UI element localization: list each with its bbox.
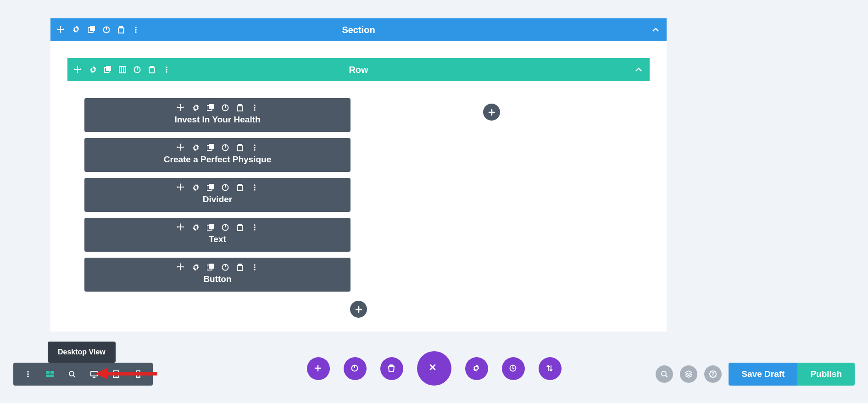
- power-icon[interactable]: [222, 184, 229, 191]
- gear-icon[interactable]: [89, 66, 97, 73]
- column-2: [351, 98, 633, 292]
- duplicate-icon[interactable]: [207, 144, 214, 151]
- history-button[interactable]: [502, 357, 525, 380]
- tooltip-desktop-view: Desktop View: [48, 342, 116, 363]
- collapse-icon[interactable]: [635, 66, 643, 73]
- columns-icon[interactable]: [119, 66, 126, 73]
- move-icon[interactable]: [177, 183, 185, 192]
- duplicate-icon[interactable]: [207, 104, 214, 111]
- module-block[interactable]: Divider: [84, 178, 351, 212]
- module-block[interactable]: Button: [84, 258, 351, 292]
- collapse-icon[interactable]: [652, 27, 660, 33]
- move-icon[interactable]: [74, 66, 82, 74]
- module-toolbar: [177, 144, 258, 152]
- trash-icon[interactable]: [117, 26, 125, 33]
- tablet-view-icon[interactable]: [105, 363, 127, 386]
- module-toolbar: [177, 223, 258, 232]
- move-icon[interactable]: [177, 144, 185, 152]
- wireframe-view-icon[interactable]: [39, 363, 61, 386]
- move-icon[interactable]: [177, 263, 185, 271]
- power-icon[interactable]: [222, 264, 229, 271]
- trash-icon[interactable]: [236, 264, 244, 271]
- power-button[interactable]: [344, 357, 367, 380]
- row-toolbar: [74, 66, 170, 74]
- module-title: Button: [203, 274, 231, 284]
- more-icon[interactable]: [17, 363, 39, 386]
- column-1: Invest In Your HealthCreate a Perfect Ph…: [84, 98, 351, 292]
- builder-canvas: Section Row Invest In Your HealthCreate …: [50, 18, 667, 331]
- power-icon[interactable]: [134, 66, 141, 73]
- trash-icon[interactable]: [236, 224, 244, 231]
- more-icon[interactable]: [163, 66, 170, 73]
- gear-icon[interactable]: [192, 224, 200, 231]
- gear-icon[interactable]: [192, 144, 200, 151]
- module-title: Invest In Your Health: [174, 115, 260, 125]
- help-button[interactable]: [704, 365, 722, 383]
- module-toolbar: [177, 263, 258, 271]
- gear-icon[interactable]: [192, 104, 200, 111]
- save-draft-button[interactable]: Save Draft: [729, 363, 797, 386]
- section-body: Row Invest In Your HealthCreate a Perfec…: [50, 41, 667, 331]
- trash-icon[interactable]: [148, 66, 156, 73]
- delete-button[interactable]: [380, 357, 403, 380]
- gear-icon[interactable]: [192, 184, 200, 191]
- row-body: Invest In Your HealthCreate a Perfect Ph…: [67, 81, 650, 292]
- more-icon[interactable]: [251, 144, 258, 151]
- view-mode-toolbar: [13, 363, 153, 386]
- more-icon[interactable]: [251, 184, 258, 191]
- power-icon[interactable]: [222, 104, 229, 111]
- power-icon[interactable]: [103, 26, 110, 33]
- add-module-button[interactable]: [483, 104, 500, 121]
- move-icon[interactable]: [177, 104, 185, 112]
- more-icon[interactable]: [251, 224, 258, 231]
- publish-button[interactable]: Publish: [797, 363, 855, 386]
- module-block[interactable]: Invest In Your Health: [84, 98, 351, 132]
- duplicate-icon[interactable]: [104, 66, 111, 73]
- publish-toolbar: Save Draft Publish: [656, 363, 855, 386]
- duplicate-icon[interactable]: [207, 264, 214, 271]
- duplicate-icon[interactable]: [207, 184, 214, 191]
- trash-icon[interactable]: [236, 184, 244, 191]
- search-button[interactable]: [656, 365, 673, 383]
- section-toolbar: [57, 26, 139, 34]
- phone-view-icon[interactable]: [127, 363, 149, 386]
- sort-button[interactable]: [539, 357, 562, 380]
- close-button[interactable]: [417, 351, 451, 386]
- more-icon[interactable]: [251, 104, 258, 111]
- gear-icon[interactable]: [192, 264, 200, 271]
- module-title: Divider: [203, 194, 232, 204]
- zoom-icon[interactable]: [61, 363, 83, 386]
- section-header: Section: [50, 18, 667, 41]
- layers-button[interactable]: [680, 365, 697, 383]
- module-title: Create a Perfect Physique: [164, 155, 271, 165]
- duplicate-icon[interactable]: [88, 26, 95, 33]
- module-toolbar: [177, 104, 258, 112]
- module-title: Text: [209, 234, 226, 244]
- module-block[interactable]: Create a Perfect Physique: [84, 138, 351, 172]
- desktop-view-icon[interactable]: [83, 363, 105, 386]
- more-icon[interactable]: [251, 264, 258, 271]
- module-toolbar: [177, 183, 258, 192]
- below-row: [67, 292, 650, 331]
- power-icon[interactable]: [222, 144, 229, 151]
- move-icon[interactable]: [57, 26, 65, 34]
- trash-icon[interactable]: [236, 104, 244, 111]
- module-block[interactable]: Text: [84, 218, 351, 252]
- move-icon[interactable]: [177, 223, 185, 232]
- row-header: Row: [67, 58, 650, 81]
- section-title: Section: [50, 25, 667, 35]
- power-icon[interactable]: [222, 224, 229, 231]
- add-module-button[interactable]: [350, 301, 367, 318]
- more-icon[interactable]: [132, 26, 139, 33]
- trash-icon[interactable]: [236, 144, 244, 151]
- add-button[interactable]: [307, 357, 330, 380]
- settings-button[interactable]: [465, 357, 488, 380]
- gear-icon[interactable]: [72, 26, 81, 34]
- duplicate-icon[interactable]: [207, 224, 214, 231]
